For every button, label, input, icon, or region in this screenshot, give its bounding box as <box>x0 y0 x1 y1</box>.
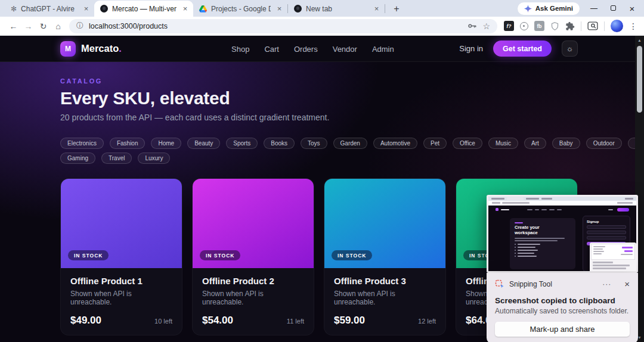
nav-orders[interactable]: Orders <box>294 45 318 54</box>
close-window-button[interactable]: × <box>623 4 642 14</box>
browser-tab-strip: ✻ ChatGPT - Alvire × Mercato — Multi-ven… <box>0 0 644 17</box>
mini-bar <box>492 202 500 204</box>
product-image: IN STOCK <box>193 179 314 268</box>
mini-bar <box>491 198 504 200</box>
chip-luxury[interactable]: Luxury <box>138 153 170 164</box>
mini-bar <box>549 209 555 210</box>
extension-circle-icon[interactable] <box>520 22 528 30</box>
notification-app-name: Snipping Tool <box>509 280 597 288</box>
tab-new-tab[interactable]: New tab × <box>288 1 385 17</box>
brand-name[interactable]: Mercato. <box>81 43 122 54</box>
brand-text: Mercato <box>81 43 119 54</box>
product-price: $59.00 <box>334 315 365 327</box>
product-card-2[interactable]: IN STOCK Offline Product 2 Shown when AP… <box>192 178 314 335</box>
maximize-button[interactable] <box>603 4 623 13</box>
site-header: M Mercato. Shop Cart Orders Vendor Admin… <box>0 36 644 62</box>
mini-headline: Create your workspace <box>515 225 552 235</box>
product-desc: Shown when API is unreachable. <box>202 290 304 306</box>
tab-close-icon[interactable]: × <box>275 4 284 13</box>
get-started-button[interactable]: Get started <box>493 41 552 57</box>
mini-bar <box>535 209 539 210</box>
mini-cta <box>617 208 629 212</box>
mini-nested-thumbnail <box>591 244 635 260</box>
browser-menu-icon[interactable]: ⋮ <box>629 21 637 31</box>
address-bar[interactable]: ⓘ localhost:3000/products ☆ <box>69 19 497 33</box>
page-viewport: M Mercato. Shop Cart Orders Vendor Admin… <box>0 36 644 342</box>
chip-home[interactable]: Home <box>151 138 181 149</box>
mini-bar <box>515 238 565 239</box>
notification-menu-icon[interactable]: ··· <box>602 280 611 288</box>
theme-toggle-button[interactable]: ☼ <box>562 41 578 57</box>
product-stock: 11 left <box>287 318 304 325</box>
new-tab-button[interactable]: + <box>390 4 403 14</box>
chip-garden[interactable]: Garden <box>333 138 367 149</box>
chip-electronics[interactable]: Electronics <box>60 138 104 149</box>
chip-music[interactable]: Music <box>488 138 518 149</box>
nav-shop[interactable]: Shop <box>231 45 249 54</box>
chip-beauty[interactable]: Beauty <box>187 138 220 149</box>
extensions-puzzle-icon[interactable] <box>565 21 575 31</box>
tab-mercato-active[interactable]: Mercato — Multi-vendor comm × <box>94 1 193 17</box>
nav-vendor[interactable]: Vendor <box>333 45 357 54</box>
toolbar-separator <box>581 21 581 31</box>
chrome-icon <box>294 5 302 13</box>
product-image: IN STOCK <box>61 179 182 268</box>
notification-subtitle: Automatically saved to screenshots folde… <box>495 307 630 315</box>
chip-baby[interactable]: Baby <box>552 138 580 149</box>
minimize-button[interactable]: — <box>584 4 603 13</box>
mini-bar <box>502 202 530 204</box>
chip-art[interactable]: Art <box>524 138 546 149</box>
mini-bar <box>527 209 532 210</box>
chip-toys[interactable]: Toys <box>301 138 327 149</box>
mini-bars <box>593 246 605 254</box>
screenshot-preview-thumbnail[interactable]: Create your workspace Signup <box>487 195 638 273</box>
chip-travel[interactable]: Travel <box>101 153 132 164</box>
mini-bar <box>515 222 523 223</box>
chip-automotive[interactable]: Automotive <box>373 138 417 149</box>
mini-bar <box>541 209 547 210</box>
mini-nested-notification <box>590 242 636 273</box>
extension-f-icon[interactable]: f? <box>504 21 514 31</box>
chip-pet[interactable]: Pet <box>423 138 447 149</box>
sign-in-link[interactable]: Sign in <box>459 44 483 53</box>
chip-gaming[interactable]: Gaming <box>60 153 95 164</box>
site-info-icon[interactable]: ⓘ <box>76 21 83 31</box>
ask-gemini-button[interactable]: Ask Gemini <box>518 2 580 15</box>
tab-close-icon[interactable]: × <box>372 4 381 13</box>
tab-chatgpt[interactable]: ✻ ChatGPT - Alvire × <box>5 1 94 17</box>
nav-cart[interactable]: Cart <box>264 45 279 54</box>
product-card-3[interactable]: IN STOCK Offline Product 3 Shown when AP… <box>324 178 446 335</box>
shield-icon[interactable] <box>550 21 559 31</box>
tab-google-drive[interactable]: Projects - Google Drive × <box>193 1 287 17</box>
extension-fb-icon[interactable]: fb <box>534 21 544 31</box>
thumbnail-page: Create your workspace Signup <box>488 206 636 271</box>
chip-office[interactable]: Office <box>453 138 482 149</box>
chip-outdoor[interactable]: Outdoor <box>586 138 622 149</box>
gemini-spark-icon <box>524 5 532 13</box>
scrollbar-thumb[interactable] <box>637 46 642 113</box>
mini-input <box>587 225 626 229</box>
scroll-up-icon[interactable]: ▲ <box>635 38 644 42</box>
brand-dot: . <box>119 43 122 54</box>
reload-icon[interactable]: ↻ <box>36 21 51 31</box>
notification-close-icon[interactable]: × <box>624 279 630 289</box>
nav-admin[interactable]: Admin <box>372 45 394 54</box>
product-card-1[interactable]: IN STOCK Offline Product 1 Shown when AP… <box>60 178 182 335</box>
screen: ✻ ChatGPT - Alvire × Mercato — Multi-ven… <box>0 0 644 342</box>
tab-close-icon[interactable]: × <box>181 4 190 13</box>
tab-close-icon[interactable]: × <box>82 4 91 13</box>
chip-books[interactable]: Books <box>264 138 295 149</box>
tab-search-icon[interactable] <box>587 21 598 30</box>
back-icon[interactable]: ← <box>6 21 21 31</box>
chip-sports[interactable]: Sports <box>226 138 258 149</box>
mini-bars <box>621 247 633 255</box>
forward-icon[interactable]: → <box>21 21 36 31</box>
mini-bars <box>591 260 635 269</box>
mercato-logo-icon[interactable]: M <box>60 41 76 57</box>
mark-up-and-share-button[interactable]: Mark-up and share <box>495 322 630 337</box>
profile-avatar[interactable] <box>611 20 623 32</box>
home-icon[interactable]: ⌂ <box>51 21 66 31</box>
password-key-icon[interactable] <box>467 21 477 31</box>
chip-fashion[interactable]: Fashion <box>110 138 145 149</box>
bookmark-star-icon[interactable]: ☆ <box>482 21 490 31</box>
